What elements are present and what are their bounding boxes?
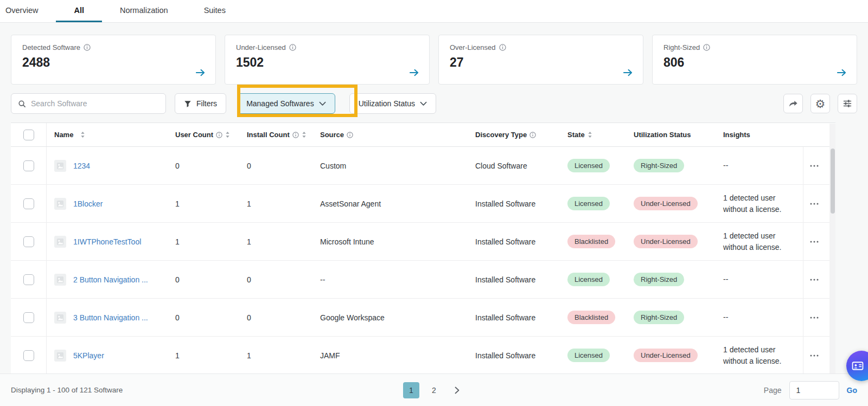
- tab-overview[interactable]: Overview: [5, 0, 56, 22]
- tab-normalization[interactable]: Normalization: [102, 0, 186, 22]
- row-actions-button[interactable]: [803, 223, 829, 260]
- discovery-type-value: Installed Software: [475, 199, 567, 208]
- go-button[interactable]: Go: [847, 386, 857, 395]
- row-actions-button[interactable]: [803, 147, 829, 184]
- info-icon: [703, 44, 710, 51]
- search-box: [11, 93, 166, 114]
- table-row: 3 Button Navigation ... 0 0 Google Works…: [11, 299, 835, 337]
- chevron-right-icon: [455, 386, 459, 394]
- page-label: Page: [764, 386, 782, 395]
- sort-icon[interactable]: [225, 131, 230, 138]
- page-button-1[interactable]: 1: [403, 382, 419, 398]
- card-value: 1502: [236, 55, 418, 70]
- software-placeholder-icon: [54, 312, 66, 324]
- utilization-badge: Under-Licensed: [634, 349, 698, 362]
- info-icon: [289, 44, 296, 51]
- info-icon: [84, 44, 91, 51]
- state-badge: Licensed: [567, 159, 610, 172]
- header-source: Source: [320, 131, 344, 139]
- software-name-link[interactable]: 2 Button Navigation ...: [73, 275, 148, 284]
- header-install-count: Install Count: [247, 131, 290, 139]
- utilization-badge: Right-Sized: [634, 311, 684, 324]
- info-icon: [529, 132, 536, 138]
- search-input[interactable]: [31, 99, 159, 108]
- utilization-badge: Right-Sized: [634, 159, 684, 172]
- state-badge: Blacklisted: [567, 235, 615, 248]
- row-checkbox[interactable]: [23, 350, 34, 361]
- row-checkbox[interactable]: [23, 198, 34, 209]
- row-actions-button[interactable]: [803, 185, 829, 222]
- card-value: 806: [663, 55, 846, 70]
- install-count-value: 0: [247, 162, 320, 170]
- discovery-type-value: Installed Software: [475, 351, 567, 360]
- install-count-value: 0: [247, 275, 320, 284]
- tab-all[interactable]: All: [56, 0, 102, 22]
- state-badge: Licensed: [567, 349, 610, 362]
- discovery-type-value: Installed Software: [475, 313, 567, 322]
- card-detected-software: Detected Software 2488: [11, 35, 216, 85]
- discovery-type-value: Cloud Software: [475, 162, 567, 170]
- row-checkbox[interactable]: [23, 312, 34, 323]
- discovery-type-value: Installed Software: [475, 275, 567, 284]
- table-scrollbar[interactable]: [829, 124, 835, 375]
- table-row: 5KPlayer 1 1 JAMF Installed Software Lic…: [11, 337, 835, 375]
- user-count-value: 0: [175, 313, 247, 322]
- next-page-button[interactable]: [449, 382, 465, 398]
- settings-button[interactable]: ⚙: [810, 94, 830, 113]
- column-settings-button[interactable]: [838, 94, 857, 113]
- row-checkbox[interactable]: [23, 160, 34, 171]
- card-arrow-icon[interactable]: [409, 68, 419, 77]
- three-dots-icon: [810, 202, 819, 205]
- row-actions-button[interactable]: [803, 299, 829, 336]
- scrollbar-thumb[interactable]: [831, 149, 835, 214]
- insights-value: 1 detected user without a license.: [723, 230, 803, 253]
- user-count-value: 0: [175, 162, 247, 170]
- software-placeholder-icon: [54, 350, 66, 362]
- software-name-link[interactable]: 1Blocker: [73, 199, 103, 208]
- install-count-value: 0: [247, 313, 320, 322]
- card-arrow-icon[interactable]: [195, 68, 206, 77]
- row-actions-button[interactable]: [803, 261, 829, 298]
- three-dots-icon: [810, 240, 819, 243]
- sort-icon[interactable]: [80, 131, 85, 138]
- filters-button[interactable]: Filters: [175, 93, 226, 114]
- sort-icon[interactable]: [588, 131, 592, 138]
- export-share-button[interactable]: [783, 94, 803, 113]
- utilization-badge: Right-Sized: [634, 273, 684, 286]
- tab-suites[interactable]: Suites: [186, 0, 244, 22]
- software-name-link[interactable]: 3 Button Navigation ...: [73, 313, 148, 322]
- managed-softwares-dropdown[interactable]: Managed Softwares: [237, 93, 335, 114]
- row-actions-button[interactable]: [803, 337, 829, 374]
- gear-icon: ⚙: [815, 98, 826, 109]
- user-count-value: 1: [175, 199, 247, 208]
- utilization-status-dropdown[interactable]: Utilization Status: [349, 93, 436, 114]
- header-insights: Insights: [723, 131, 750, 139]
- software-name-link[interactable]: 5KPlayer: [73, 351, 104, 360]
- page-number-input[interactable]: [789, 381, 839, 399]
- info-icon: [216, 132, 222, 138]
- card-arrow-icon[interactable]: [837, 68, 847, 77]
- kpi-cards: Detected Software 2488 Under-Licensed 15…: [11, 35, 857, 85]
- source-value: JAMF: [320, 351, 475, 360]
- row-checkbox[interactable]: [23, 236, 34, 247]
- source-value: Google Workspace: [320, 313, 475, 322]
- sort-icon[interactable]: [302, 131, 307, 138]
- page-button-2[interactable]: 2: [426, 382, 442, 398]
- table-row: 1IWTPhoneTestTool 1 1 Microsoft Intune I…: [11, 223, 835, 261]
- card-label: Under-Licensed: [236, 43, 286, 51]
- info-icon: [292, 132, 299, 138]
- software-name-link[interactable]: 1234: [73, 162, 90, 170]
- source-value: Custom: [320, 162, 475, 170]
- sliders-icon: [843, 99, 852, 108]
- discovery-type-value: Installed Software: [475, 237, 567, 246]
- header-utilization-status: Utilization Status: [634, 131, 691, 139]
- install-count-value: 1: [247, 237, 320, 246]
- software-placeholder-icon: [54, 198, 66, 210]
- user-count-value: 1: [175, 237, 247, 246]
- select-all-checkbox[interactable]: [23, 130, 34, 140]
- software-name-link[interactable]: 1IWTPhoneTestTool: [73, 237, 141, 246]
- row-checkbox[interactable]: [23, 274, 34, 285]
- id-card-icon: [852, 361, 864, 371]
- card-value: 27: [450, 55, 632, 70]
- card-arrow-icon[interactable]: [623, 68, 633, 77]
